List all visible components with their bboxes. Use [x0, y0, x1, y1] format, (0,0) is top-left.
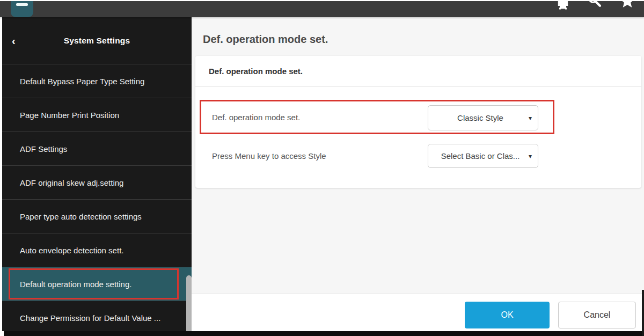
printer-icon[interactable] — [556, 1, 570, 10]
page-title: Def. operation mode set. — [203, 33, 328, 46]
sidebar-item-default-operation-mode[interactable]: Default operation mode setting. — [2, 267, 192, 301]
sidebar-item-label: Default operation mode setting. — [20, 280, 131, 289]
sidebar-item-page-number-print-position[interactable]: Page Number Print Position — [2, 98, 192, 132]
sidebar-item-adf-settings[interactable]: ADF Settings — [2, 132, 192, 166]
top-bar — [0, 1, 644, 17]
sidebar-item-label: ADF Settings — [20, 144, 67, 154]
sidebar-item-label: Paper type auto detection settings — [20, 212, 142, 221]
action-footer: OK Cancel — [192, 294, 644, 331]
hamburger-icon — [16, 3, 28, 6]
sidebar-item-label: Default Bypass Paper Type Setting — [20, 77, 144, 86]
cancel-button[interactable]: Cancel — [558, 302, 636, 328]
sidebar-scrollbar-thumb[interactable] — [186, 275, 192, 331]
dropdown-selected-value: Select Basic or Clas... — [437, 151, 530, 160]
window-right-edge — [642, 290, 644, 336]
sidebar-item-label: Page Number Print Position — [20, 111, 119, 120]
sidebar-item-change-permission-default-value[interactable]: Change Permission for Default Value ... — [2, 301, 192, 331]
settings-card: Def. operation mode set. Def. operation … — [195, 56, 641, 188]
card-header: Def. operation mode set. — [195, 56, 641, 87]
def-operation-mode-label: Def. operation mode set. — [212, 113, 300, 122]
hamburger-menu-button[interactable] — [11, 1, 33, 17]
card-header-label: Def. operation mode set. — [209, 67, 303, 76]
chevron-down-icon: ▾ — [529, 114, 532, 122]
dropdown-selected-value: Classic Style — [453, 113, 513, 122]
chevron-down-icon: ▾ — [529, 152, 532, 160]
search-icon[interactable] — [587, 1, 601, 8]
def-operation-mode-dropdown[interactable]: Classic Style ▾ — [428, 105, 538, 130]
sidebar-item-label: ADF original skew adj.setting — [20, 178, 123, 187]
star-icon[interactable] — [620, 1, 635, 9]
sidebar-item-auto-envelope-detection[interactable]: Auto envelope detection sett. — [2, 233, 192, 267]
ok-button[interactable]: OK — [465, 302, 550, 328]
press-menu-key-label: Press Menu key to access Style — [212, 151, 326, 160]
sidebar-item-default-bypass-paper-type[interactable]: Default Bypass Paper Type Setting — [2, 64, 192, 98]
sidebar-item-adf-original-skew[interactable]: ADF original skew adj.setting — [2, 166, 192, 200]
window-bottom-edge — [4, 331, 644, 336]
sidebar-header: ‹ System Settings — [2, 17, 192, 64]
sidebar-item-label: Auto envelope detection sett. — [20, 246, 123, 255]
press-menu-key-dropdown[interactable]: Select Basic or Clas... ▾ — [428, 144, 538, 168]
sidebar-title: System Settings — [64, 36, 130, 46]
back-chevron-icon[interactable]: ‹ — [12, 35, 16, 46]
sidebar: ‹ System Settings Default Bypass Paper T… — [2, 17, 192, 331]
sidebar-item-label: Change Permission for Default Value ... — [20, 313, 160, 323]
main-content: Def. operation mode set. Def. operation … — [192, 17, 644, 331]
sidebar-item-paper-type-auto-detection[interactable]: Paper type auto detection settings — [2, 200, 192, 233]
